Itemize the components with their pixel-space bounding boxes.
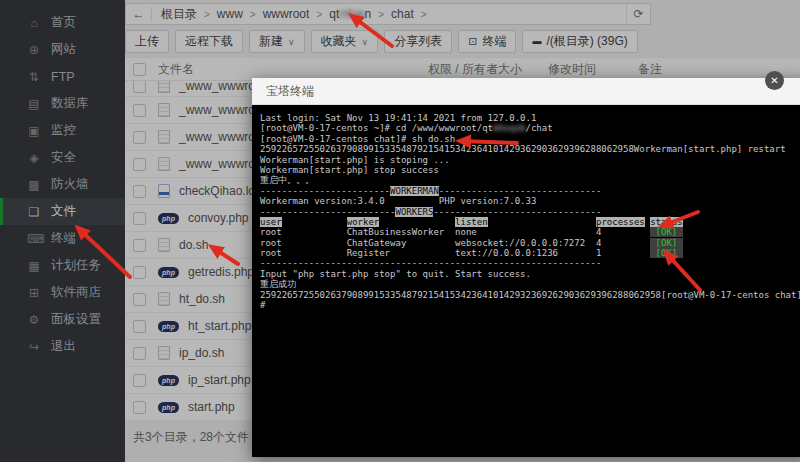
terminal-text: ------------------------------ bbox=[439, 186, 602, 196]
terminal-text: [root@VM-0-17-centos chat]# sh do.sh bbox=[260, 134, 455, 144]
terminal-body[interactable]: Last login: Sat Nov 13 19:41:14 2021 fro… bbox=[252, 105, 800, 457]
terminal-dialog-title: 宝塔终端 bbox=[266, 83, 314, 100]
terminal-text: [root@VM-0-17-centos ~]# cd /www/wwwroot… bbox=[260, 123, 493, 133]
terminal-text: [OK] bbox=[650, 248, 683, 258]
terminal-line: user worker listen processes status bbox=[260, 217, 800, 227]
app-window: ⌂首页⊕网站⇅FTP▤数据库▣监控◈安全▩防火墙❏文件⌨终端▦计划任务⊞软件商店… bbox=[0, 0, 800, 462]
terminal-line: Workerman[start.php] stop success bbox=[260, 165, 800, 175]
terminal-line: Input "php start.php stop" to quit. Star… bbox=[260, 269, 800, 279]
terminal-text: root Register text://0.0.0.0:1236 1 bbox=[260, 248, 650, 258]
terminal-dialog: 宝塔终端 ✕ Last login: Sat Nov 13 19:41:14 2… bbox=[252, 78, 800, 457]
close-icon[interactable]: ✕ bbox=[765, 71, 784, 90]
terminal-text: 重启成功 bbox=[260, 279, 296, 289]
terminal-dialog-header: 宝塔终端 bbox=[252, 78, 800, 105]
terminal-line: root ChatGateway websocket://0.0.0.0:727… bbox=[260, 238, 800, 248]
terminal-line: Last login: Sat Nov 13 19:41:14 2021 fro… bbox=[260, 113, 800, 123]
terminal-line: root Register text://0.0.0.0:1236 1 [OK] bbox=[260, 248, 800, 258]
terminal-text: user bbox=[260, 217, 282, 227]
terminal-text: root ChatBusinessWorker none 4 bbox=[260, 227, 650, 237]
terminal-text: Input "php start.php stop" to quit. Star… bbox=[260, 269, 531, 279]
terminal-text: 2592265725502637908991533548792154153423… bbox=[260, 144, 786, 154]
terminal-line: # bbox=[260, 300, 800, 310]
terminal-line: Workerman version:3.4.0 PHP version:7.0.… bbox=[260, 196, 800, 206]
terminal-text bbox=[379, 217, 455, 227]
terminal-text: mhxqzb bbox=[493, 123, 526, 133]
terminal-line: Workerman[start.php] is stoping ... bbox=[260, 155, 800, 165]
terminal-line: root ChatBusinessWorker none 4 [OK] bbox=[260, 227, 800, 237]
terminal-text: [OK] bbox=[650, 227, 683, 237]
terminal-text: [OK] bbox=[650, 238, 683, 248]
terminal-text bbox=[282, 217, 347, 227]
terminal-text bbox=[488, 217, 596, 227]
terminal-line: [root@VM-0-17-centos ~]# cd /www/wwwroot… bbox=[260, 123, 800, 133]
terminal-text: ------------------------- bbox=[260, 207, 395, 217]
terminal-text: WORKERS bbox=[395, 207, 433, 217]
terminal-text: Workerman version:3.4.0 PHP version:7.0.… bbox=[260, 196, 536, 206]
terminal-line: [root@VM-0-17-centos chat]# sh do.sh bbox=[260, 134, 800, 144]
terminal-line: 2592265725502637908991533548792154153423… bbox=[260, 290, 800, 300]
terminal-line: ----------------------------------------… bbox=[260, 258, 800, 268]
terminal-text: ------------------------------- bbox=[433, 207, 601, 217]
terminal-text: Workerman[start.php] is stoping ... bbox=[260, 155, 450, 165]
terminal-text: # bbox=[260, 300, 265, 310]
terminal-text: 重启中。。。 bbox=[260, 175, 314, 185]
terminal-text: 2592265725502637908991533548792154153423… bbox=[260, 290, 800, 300]
terminal-line: 重启成功 bbox=[260, 279, 800, 289]
terminal-line: 重启中。。。 bbox=[260, 175, 800, 185]
terminal-text: Last login: Sat Nov 13 19:41:14 2021 fro… bbox=[260, 113, 536, 123]
terminal-line: ------------------------WORKERMAN-------… bbox=[260, 186, 800, 196]
terminal-line: 2592265725502637908991533548792154153423… bbox=[260, 144, 800, 154]
terminal-text: status bbox=[650, 217, 683, 227]
terminal-text: /chat bbox=[526, 123, 553, 133]
terminal-text: ----------------------------------------… bbox=[260, 258, 601, 268]
terminal-text: WORKERMAN bbox=[390, 186, 439, 196]
terminal-text: root ChatGateway websocket://0.0.0.0:727… bbox=[260, 238, 650, 248]
terminal-text: ------------------------ bbox=[260, 186, 390, 196]
terminal-text: Workerman[start.php] stop success bbox=[260, 165, 439, 175]
terminal-text: worker bbox=[347, 217, 380, 227]
terminal-line: -------------------------WORKERS--------… bbox=[260, 207, 800, 217]
terminal-text: listen bbox=[455, 217, 488, 227]
terminal-text: processes bbox=[596, 217, 645, 227]
